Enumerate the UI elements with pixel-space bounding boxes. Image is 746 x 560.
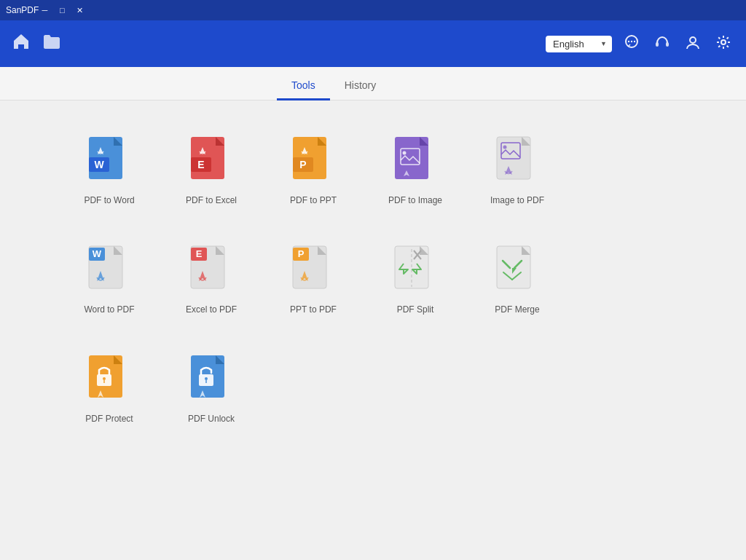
tabs-bar: Tools History (0, 67, 746, 100)
pdf-to-excel-label: PDF to Excel (186, 195, 237, 205)
svg-point-7 (721, 40, 726, 44)
pdf-to-image-label: PDF to Image (388, 195, 442, 205)
svg-point-2 (631, 40, 632, 42)
main-content: W PDF to Word E (0, 100, 746, 560)
ppt-to-pdf-icon: P (287, 243, 339, 304)
header: English Chinese Japanese (0, 20, 746, 67)
svg-point-27 (503, 146, 507, 149)
tool-excel-to-pdf[interactable]: E Excel to PDF (160, 232, 262, 326)
pdf-to-ppt-label: PDF to PPT (290, 195, 337, 205)
language-dropdown[interactable]: English Chinese Japanese (546, 36, 612, 52)
ppt-to-pdf-label: PPT to PDF (290, 304, 337, 315)
titlebar-title: SanPDF (6, 5, 39, 15)
tool-image-to-pdf[interactable]: Image to PDF (466, 122, 568, 217)
svg-point-1 (628, 40, 629, 42)
tool-pdf-to-word[interactable]: W PDF to Word (58, 122, 160, 217)
pdf-protect-label: PDF Protect (85, 414, 133, 424)
tool-pdf-merge[interactable]: PDF Merge (466, 232, 568, 326)
close-button[interactable]: ✕ (74, 4, 85, 16)
tools-row-1: W Word to PDF E (58, 232, 688, 326)
svg-text:P: P (299, 159, 306, 170)
headset-icon[interactable] (651, 31, 673, 57)
svg-text:W: W (94, 159, 104, 170)
tool-pdf-to-image[interactable]: PDF to Image (364, 122, 466, 217)
svg-rect-4 (656, 42, 659, 47)
tab-tools[interactable]: Tools (277, 72, 330, 100)
word-to-pdf-label: Word to PDF (84, 304, 134, 315)
tab-history[interactable]: History (330, 72, 391, 100)
chat-icon[interactable] (621, 31, 643, 57)
word-to-pdf-icon: W (83, 243, 136, 304)
tool-ppt-to-pdf[interactable]: P PPT to PDF (262, 232, 364, 326)
svg-text:E: E (196, 248, 203, 259)
svg-point-3 (634, 40, 635, 42)
pdf-to-word-label: PDF to Word (84, 195, 134, 205)
pdf-protect-icon (83, 352, 136, 414)
pdf-split-icon (389, 243, 441, 304)
tool-pdf-unlock[interactable]: PDF Unlock (160, 341, 262, 435)
titlebar: SanPDF ─ □ ✕ (0, 0, 746, 20)
svg-text:P: P (298, 248, 305, 259)
pdf-merge-icon (491, 243, 543, 304)
excel-to-pdf-label: Excel to PDF (186, 304, 237, 315)
pdf-to-word-icon: W (83, 134, 136, 195)
tool-pdf-to-ppt[interactable]: P PDF to PPT (262, 122, 364, 217)
tool-pdf-split[interactable]: PDF Split (364, 232, 466, 326)
tools-row-0: W PDF to Word E (58, 122, 688, 217)
svg-point-55 (205, 377, 208, 380)
pdf-to-image-icon (389, 134, 441, 195)
svg-point-50 (103, 377, 106, 380)
pdf-unlock-icon (185, 352, 237, 414)
folder-icon[interactable] (42, 33, 61, 55)
pdf-merge-label: PDF Merge (495, 304, 539, 315)
tool-pdf-protect[interactable]: PDF Protect (58, 341, 160, 435)
image-to-pdf-icon (491, 134, 543, 195)
svg-rect-5 (666, 42, 669, 47)
maximize-button[interactable]: □ (56, 4, 68, 16)
window-controls: ─ □ ✕ (39, 4, 85, 16)
settings-icon[interactable] (712, 31, 734, 57)
tool-word-to-pdf[interactable]: W Word to PDF (58, 232, 160, 326)
image-to-pdf-label: Image to PDF (490, 195, 544, 205)
pdf-to-ppt-icon: P (287, 134, 339, 195)
svg-point-23 (403, 151, 407, 155)
user-icon[interactable] (682, 31, 704, 57)
svg-text:W: W (93, 248, 102, 259)
language-selector[interactable]: English Chinese Japanese (546, 36, 612, 52)
pdf-to-excel-icon: E (185, 134, 237, 195)
svg-text:E: E (197, 159, 204, 170)
header-right: English Chinese Japanese (546, 31, 734, 57)
tools-row-2: PDF Protect (58, 341, 688, 435)
home-icon[interactable] (12, 32, 31, 55)
excel-to-pdf-icon: E (185, 243, 237, 304)
svg-point-6 (690, 37, 696, 43)
pdf-split-label: PDF Split (397, 304, 434, 315)
tool-pdf-to-excel[interactable]: E PDF to Excel (160, 122, 262, 217)
minimize-button[interactable]: ─ (39, 4, 50, 16)
tools-grid: W PDF to Word E (58, 122, 688, 450)
header-left (12, 32, 546, 55)
pdf-unlock-label: PDF Unlock (188, 414, 235, 424)
